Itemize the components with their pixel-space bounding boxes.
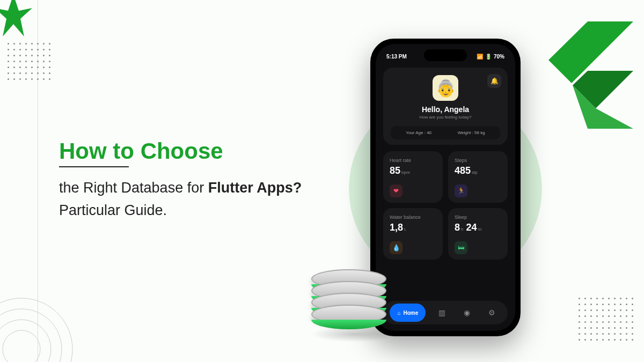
bed-icon: 🛏 <box>455 241 467 254</box>
water-unit: L <box>404 227 406 232</box>
dynamic-island <box>424 49 467 61</box>
water-label: Water balance <box>390 215 436 220</box>
svg-point-1 <box>0 309 62 362</box>
flutter-logo-icon <box>542 21 633 131</box>
steps-label: Steps <box>455 158 501 163</box>
notification-button[interactable]: 🔔 <box>487 74 501 88</box>
nav-home-label: Home <box>403 310 418 316</box>
phone-mockup: 5:13 PM 📶 🔋 70% 🔔 👵 Hello, Angela How ar… <box>370 39 521 339</box>
headline-bold: Flutter Apps? <box>208 180 302 196</box>
steps-unit: stp <box>472 170 478 175</box>
article-headline: How to Choose the Right Database for Flu… <box>59 138 338 222</box>
water-card[interactable]: Water balance 1,8L 💧 <box>383 208 443 260</box>
status-battery: 70% <box>494 54 504 60</box>
heart-rate-unit: bpm <box>401 170 410 175</box>
battery-icon: 🔋 <box>485 54 492 60</box>
droplet-icon: 💧 <box>390 241 402 254</box>
steps-value: 485 <box>455 165 471 176</box>
user-info-row: Your Age : 40 Weight : 58 kg <box>391 126 500 139</box>
greeting-text: Hello, Angela <box>391 105 500 114</box>
stats-grid: Heart rate 85bpm ❤ Steps 485stp 🏃 Water … <box>383 151 508 260</box>
headline-underline <box>59 166 129 167</box>
sleep-h-unit: h <box>461 227 463 232</box>
headline-line2: Particular Guide. <box>59 202 167 218</box>
svg-point-2 <box>0 320 51 362</box>
sleep-m-unit: m <box>478 227 482 232</box>
water-value: 1,8 <box>390 222 403 233</box>
heart-rate-value: 85 <box>390 165 400 176</box>
svg-point-3 <box>3 330 40 362</box>
weight-label: Weight : 58 kg <box>458 130 485 135</box>
age-label: Your Age : 40 <box>406 130 431 135</box>
sleep-minutes: 24 <box>466 222 477 233</box>
dots-pattern-bottom-right <box>579 298 633 341</box>
database-icon <box>311 269 392 342</box>
steps-card[interactable]: Steps 485stp 🏃 <box>448 151 508 203</box>
phone-frame: 5:13 PM 📶 🔋 70% 🔔 👵 Hello, Angela How ar… <box>370 39 521 336</box>
dots-pattern-top-left <box>8 43 50 80</box>
nav-profile[interactable]: ◉ <box>458 304 476 322</box>
avatar-emoji: 👵 <box>436 79 456 98</box>
bell-icon: 🔔 <box>491 77 499 85</box>
sleep-label: Sleep <box>455 215 501 220</box>
bottom-nav: ⌂ Home ▥ ◉ ⚙ <box>383 301 508 324</box>
avatar[interactable]: 👵 <box>433 75 458 101</box>
green-star-decoration <box>0 0 32 40</box>
sleep-hours: 8 <box>455 222 460 233</box>
nav-settings[interactable]: ⚙ <box>483 304 501 322</box>
headline-highlight: How to Choose <box>59 138 338 164</box>
concentric-circles-decoration <box>0 295 75 362</box>
chart-icon: ▥ <box>438 308 445 317</box>
gear-icon: ⚙ <box>488 308 495 317</box>
heart-rate-label: Heart rate <box>390 158 436 163</box>
signal-icon: 📶 <box>477 54 483 60</box>
home-icon: ⌂ <box>397 310 400 316</box>
status-time: 5:13 PM <box>386 54 407 60</box>
user-card: 🔔 👵 Hello, Angela How are you feeling to… <box>383 68 508 145</box>
running-icon: 🏃 <box>455 184 467 197</box>
heart-rate-card[interactable]: Heart rate 85bpm ❤ <box>383 151 443 203</box>
user-icon: ◉ <box>464 308 470 317</box>
nav-stats[interactable]: ▥ <box>433 304 451 322</box>
phone-screen: 5:13 PM 📶 🔋 70% 🔔 👵 Hello, Angela How ar… <box>376 44 515 331</box>
nav-home[interactable]: ⌂ Home <box>390 304 426 322</box>
headline-subtitle: the Right Database for Flutter Apps? Par… <box>59 177 338 222</box>
heart-icon: ❤ <box>390 184 402 197</box>
sleep-card[interactable]: Sleep 8h 24m 🛏 <box>448 208 508 260</box>
greeting-subtitle: How are you feeling today? <box>391 115 500 120</box>
headline-pre: the Right Database for <box>59 180 208 196</box>
